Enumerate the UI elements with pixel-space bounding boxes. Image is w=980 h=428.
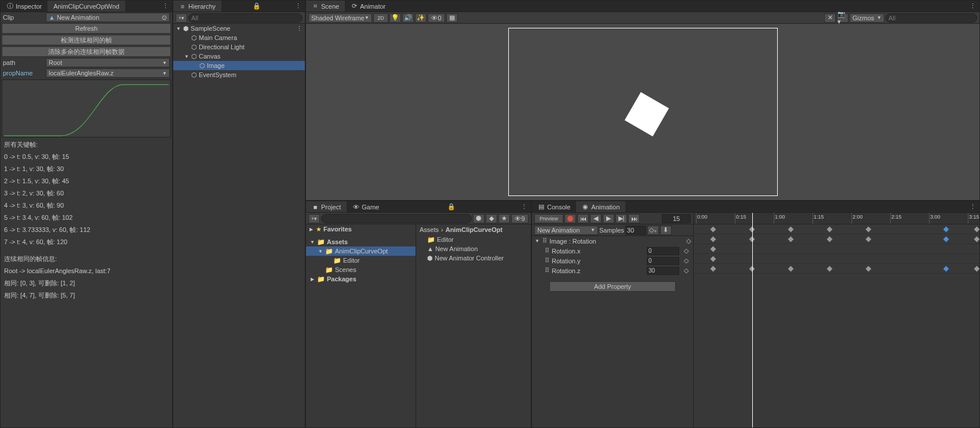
hidden-packages-button[interactable]: 👁9 bbox=[511, 214, 529, 223]
shading-dropdown[interactable]: Shaded Wireframe▼ bbox=[308, 13, 372, 23]
timeline-ruler[interactable]: 0:000:151:001:152:002:153:003:154:00 bbox=[694, 213, 979, 224]
refresh-button[interactable]: Refresh bbox=[2, 23, 171, 34]
tab-animclipcurveopt[interactable]: AnimClipCurveOptWnd bbox=[48, 1, 125, 12]
keyframe[interactable] bbox=[827, 266, 833, 272]
clear-button[interactable]: 清除多余的连续相同帧数据 bbox=[2, 46, 171, 57]
keyframe[interactable] bbox=[711, 237, 716, 242]
last-frame-button[interactable]: ⏭ bbox=[628, 214, 640, 223]
hierarchy-search-input[interactable] bbox=[188, 13, 303, 23]
project-asset[interactable]: 📁Editor bbox=[416, 235, 531, 244]
dopesheet-row[interactable] bbox=[694, 234, 979, 244]
keyframe[interactable] bbox=[974, 237, 980, 242]
hierarchy-item[interactable]: ▼⬢SampleScene⋮ bbox=[173, 24, 305, 33]
clip-object-field[interactable]: ▲New Animation ⊙ bbox=[46, 13, 170, 22]
property-value-input[interactable] bbox=[647, 267, 679, 275]
frame-input[interactable] bbox=[662, 214, 691, 223]
panel-menu-icon[interactable]: ⋮ bbox=[966, 2, 979, 10]
panel-menu-icon[interactable]: ⋮ bbox=[159, 2, 172, 10]
add-keyframe-button[interactable]: ◇₊ bbox=[647, 226, 659, 235]
clip-dropdown[interactable]: New Animation▼ bbox=[534, 226, 598, 235]
panel-menu-icon[interactable]: ⋮ bbox=[966, 203, 979, 211]
animation-property-row[interactable]: ⠿Rotation.y◇ bbox=[532, 256, 693, 266]
project-tree-item[interactable]: ▼📁Assets bbox=[306, 237, 416, 246]
tab-inspector[interactable]: ⓘ Inspector bbox=[1, 1, 48, 12]
drag-handle-icon[interactable]: ⠿ bbox=[545, 267, 549, 274]
play-button[interactable]: ▶ bbox=[603, 214, 614, 223]
dopesheet-row[interactable] bbox=[694, 244, 979, 254]
animation-timeline[interactable]: 0:000:151:001:152:002:153:003:154:00 bbox=[694, 213, 979, 427]
tab-hierarchy[interactable]: ≡ Hierarchy bbox=[173, 1, 221, 12]
image-gameobject[interactable] bbox=[624, 92, 668, 136]
lock-icon[interactable]: 🔒 bbox=[444, 203, 459, 211]
drag-handle-icon[interactable]: ⠿ bbox=[545, 247, 549, 255]
keyframe[interactable] bbox=[711, 256, 716, 262]
property-value-input[interactable] bbox=[647, 257, 679, 265]
grid-toggle[interactable]: ▦ bbox=[446, 13, 458, 23]
keyframe[interactable] bbox=[788, 227, 794, 233]
save-search-button[interactable]: ★ bbox=[498, 214, 510, 223]
filter-by-type-button[interactable]: ⬢ bbox=[473, 214, 484, 223]
project-asset[interactable]: ▲New Animation bbox=[416, 244, 531, 253]
next-key-button[interactable]: ▶| bbox=[615, 214, 627, 223]
record-button[interactable] bbox=[564, 214, 576, 223]
favorites-row[interactable]: ▶ ★ Favorites bbox=[306, 224, 416, 234]
hierarchy-item[interactable]: ⬡Directional Light bbox=[173, 42, 305, 52]
foldout-icon[interactable]: ▶ bbox=[308, 227, 314, 232]
keyframe[interactable] bbox=[827, 237, 833, 242]
keyframe[interactable] bbox=[866, 237, 872, 242]
foldout-icon[interactable]: ▼ bbox=[309, 240, 315, 245]
lighting-toggle[interactable]: 💡 bbox=[389, 13, 401, 23]
keyframe[interactable] bbox=[711, 246, 716, 252]
project-tree-item[interactable]: 📁Editor bbox=[306, 256, 416, 265]
tab-animation[interactable]: ◉ Animation bbox=[576, 201, 625, 212]
lock-icon[interactable]: 🔒 bbox=[249, 2, 264, 10]
foldout-icon[interactable]: ▼ bbox=[176, 26, 181, 31]
foldout-icon[interactable]: ▼ bbox=[184, 54, 190, 59]
keyframe[interactable] bbox=[943, 266, 949, 272]
property-value-input[interactable] bbox=[647, 247, 679, 255]
preview-button[interactable]: Preview bbox=[534, 214, 563, 223]
hierarchy-item[interactable]: ⬡Main Camera bbox=[173, 33, 305, 42]
project-tree-item[interactable]: ▶📁Packages bbox=[306, 274, 416, 284]
tab-console[interactable]: ▤ Console bbox=[532, 201, 576, 212]
panel-menu-icon[interactable]: ⋮ bbox=[518, 203, 531, 211]
property-header-row[interactable]: ▼ ⠿ Image : Rotation ◇ bbox=[532, 236, 693, 246]
keyframe[interactable] bbox=[711, 227, 716, 233]
audio-toggle[interactable]: 🔊 bbox=[402, 13, 414, 23]
keyframe[interactable] bbox=[788, 237, 794, 242]
panel-menu-icon[interactable]: ⋮ bbox=[292, 2, 305, 10]
hierarchy-item[interactable]: ⬡EventSystem bbox=[173, 70, 305, 79]
object-picker-icon[interactable]: ⊙ bbox=[162, 14, 167, 21]
fx-toggle[interactable]: ✨ bbox=[415, 13, 427, 23]
filter-by-label-button[interactable]: ◆ bbox=[486, 214, 497, 223]
detect-button[interactable]: 检测连续相同的帧 bbox=[2, 35, 171, 45]
tools-button[interactable]: ✕ bbox=[824, 13, 836, 23]
first-frame-button[interactable]: ⏮ bbox=[577, 214, 589, 223]
add-property-button[interactable]: Add Property bbox=[549, 281, 676, 292]
curve-preview[interactable] bbox=[2, 79, 171, 137]
tab-game[interactable]: 👁 Game bbox=[347, 201, 385, 212]
drag-handle-icon[interactable]: ⠿ bbox=[542, 237, 547, 245]
camera-button[interactable]: 📷▾ bbox=[837, 13, 848, 23]
hierarchy-item[interactable]: ▼⬡Canvas bbox=[173, 52, 305, 61]
keyframe[interactable] bbox=[943, 227, 949, 233]
hierarchy-item[interactable]: ⬡Image bbox=[173, 61, 305, 70]
keyframe[interactable] bbox=[827, 227, 833, 233]
hidden-objects-button[interactable]: 👁0 bbox=[428, 13, 445, 23]
keyframe[interactable] bbox=[788, 266, 794, 272]
keyframe[interactable] bbox=[866, 266, 872, 272]
tab-scene[interactable]: ⌗ Scene bbox=[306, 1, 345, 12]
key-indicator-icon[interactable]: ◇ bbox=[682, 267, 691, 274]
playhead[interactable] bbox=[752, 213, 753, 427]
animation-property-row[interactable]: ⠿Rotation.z◇ bbox=[532, 266, 693, 275]
drag-handle-icon[interactable]: ⠿ bbox=[545, 257, 549, 264]
project-search-input[interactable] bbox=[321, 214, 472, 223]
scene-menu-icon[interactable]: ⋮ bbox=[296, 25, 305, 32]
gizmos-dropdown[interactable]: Gizmos▼ bbox=[850, 13, 884, 23]
project-tree-item[interactable]: ▼📁AnimClipCurveOpt bbox=[306, 246, 416, 256]
keyframe[interactable] bbox=[974, 266, 980, 272]
key-indicator-icon[interactable]: ◇ bbox=[682, 247, 691, 255]
key-indicator-icon[interactable]: ◇ bbox=[686, 237, 691, 245]
tab-project[interactable]: ■ Project bbox=[306, 201, 347, 212]
path-dropdown[interactable]: Root▼ bbox=[46, 58, 170, 67]
